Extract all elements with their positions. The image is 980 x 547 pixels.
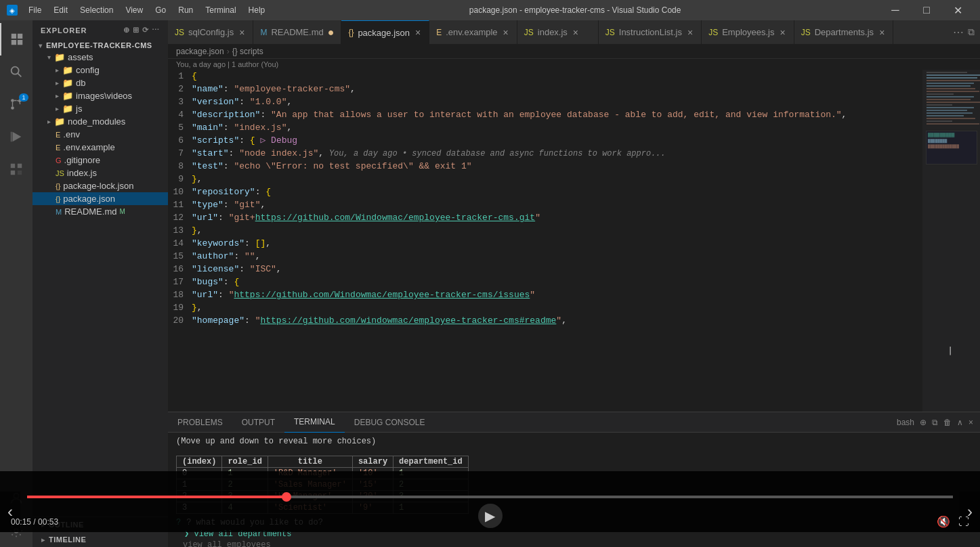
terminal-split-icon[interactable]: ⧉ bbox=[932, 418, 938, 427]
sidebar-root-folder[interactable]: EMPLOYEE-TRACKER-CMS bbox=[33, 40, 168, 51]
sidebar-label-package-lock: package-lock.json bbox=[63, 181, 133, 191]
tab-departments[interactable]: JS Departments.js × bbox=[794, 20, 894, 44]
tab-problems[interactable]: PROBLEMS bbox=[168, 412, 232, 433]
sidebar-label-assets: assets bbox=[68, 52, 93, 62]
maximize-button[interactable]: □ bbox=[911, 0, 942, 20]
sidebar-item-env-example[interactable]: E .env.example bbox=[33, 141, 168, 154]
tab-package-json[interactable]: {} package.json × bbox=[341, 20, 429, 44]
readme-icon: M bbox=[56, 208, 62, 216]
sidebar-item-gitignore[interactable]: G .gitignore bbox=[33, 154, 168, 167]
sidebar-item-env[interactable]: E .env bbox=[33, 128, 168, 141]
sidebar-label-gitignore: .gitignore bbox=[64, 155, 100, 165]
panel-collapse-icon[interactable]: ∧ bbox=[957, 418, 963, 427]
refresh-icon[interactable]: ⟳ bbox=[142, 26, 149, 35]
code-line-1: 1 { bbox=[168, 70, 980, 83]
play-button[interactable]: ▶ bbox=[478, 504, 503, 528]
menu-go[interactable]: Go bbox=[150, 3, 171, 17]
tab-employees[interactable]: JS Employees.js × bbox=[702, 20, 794, 44]
tab-close-indexjs[interactable]: × bbox=[572, 27, 580, 38]
video-right-controls: 🔇 ⛶ bbox=[937, 515, 969, 528]
minimap-thumbnail: ▓▓▓▓▓▓▓▓▓ ████████ █████████████ bbox=[926, 131, 977, 165]
config-arrow bbox=[51, 66, 62, 74]
terminal-add-icon[interactable]: ⊕ bbox=[920, 418, 926, 427]
terminal-move-prompt: (Move up and down to reveal more choices… bbox=[176, 437, 972, 446]
sidebar-item-images[interactable]: 📁 images\videos bbox=[33, 89, 168, 102]
sidebar-item-db[interactable]: 📁 db bbox=[33, 76, 168, 89]
editor-layout-icon[interactable]: ⧉ bbox=[968, 26, 975, 38]
tab-close-sqlconfig[interactable]: × bbox=[238, 27, 246, 38]
code-line-10: 10 "repository": { bbox=[168, 185, 980, 198]
panel-right: bash ⊕ ⧉ 🗑 ∧ × bbox=[897, 418, 980, 427]
mline bbox=[926, 91, 979, 92]
minimize-button[interactable]: ─ bbox=[880, 0, 911, 20]
menu-file[interactable]: File bbox=[23, 3, 47, 17]
activity-source-control[interactable]: 1 bbox=[0, 88, 33, 121]
mline bbox=[926, 88, 975, 89]
sidebar-label-package-json: package.json bbox=[63, 194, 115, 204]
tab-close-env[interactable]: × bbox=[502, 27, 510, 38]
menu-view[interactable]: View bbox=[120, 3, 148, 17]
sidebar-item-node-modules[interactable]: 📁 node_modules bbox=[33, 115, 168, 128]
collapse-icon[interactable]: ⋯ bbox=[152, 26, 160, 35]
sidebar-item-config[interactable]: 📁 config bbox=[33, 64, 168, 76]
progress-bar[interactable] bbox=[27, 496, 953, 498]
terminal-trash-icon[interactable]: 🗑 bbox=[943, 418, 952, 427]
panel-close-icon[interactable]: × bbox=[968, 418, 973, 427]
code-line-4: 4 "description": "An app that allows a u… bbox=[168, 108, 980, 121]
code-line-3: 3 "version": "1.0.0", bbox=[168, 95, 980, 108]
tab-debug-console[interactable]: DEBUG CONSOLE bbox=[345, 412, 435, 433]
code-line-14: 14 "keywords": [], bbox=[168, 237, 980, 250]
activity-run[interactable] bbox=[0, 121, 33, 153]
tab-label-sqlconfig: sqlConfig.js bbox=[188, 27, 234, 37]
progress-fill bbox=[27, 496, 286, 498]
new-folder-icon[interactable]: ⊞ bbox=[133, 26, 140, 35]
timeline-section[interactable]: TIMELINE bbox=[33, 532, 168, 547]
sidebar-item-readme[interactable]: M README.md M bbox=[33, 205, 168, 218]
sidebar-item-package-json[interactable]: {} package.json bbox=[33, 192, 168, 205]
code-line-7: 7 "start": "node index.js", You, a day a… bbox=[168, 147, 980, 160]
activity-extensions[interactable] bbox=[0, 153, 33, 185]
tab-close-instructionlist[interactable]: × bbox=[686, 27, 694, 38]
activity-search[interactable] bbox=[0, 56, 33, 88]
code-line-11: 11 "type": "git", bbox=[168, 198, 980, 211]
svg-point-2 bbox=[11, 99, 14, 102]
activity-explorer[interactable] bbox=[0, 23, 33, 56]
code-editor[interactable]: 1 { 2 "name": "employee-tracker-cms", 3 … bbox=[168, 70, 980, 412]
sidebar-item-package-lock[interactable]: {} package-lock.json bbox=[33, 179, 168, 192]
tab-close-departments[interactable]: × bbox=[878, 27, 886, 38]
breadcrumb-scripts[interactable]: {} scripts bbox=[232, 47, 263, 56]
tab-close-package[interactable]: × bbox=[414, 27, 422, 38]
breadcrumb-file[interactable]: package.json bbox=[176, 47, 224, 56]
sidebar-label-env: .env bbox=[63, 129, 80, 139]
tab-env-example[interactable]: E .env.example × bbox=[429, 20, 517, 44]
fullscreen-button[interactable]: ⛶ bbox=[958, 515, 969, 528]
sidebar-item-assets[interactable]: 📁 assets bbox=[33, 51, 168, 64]
new-file-icon[interactable]: ⊕ bbox=[123, 26, 130, 35]
tabs-more-icon[interactable]: ⋯ bbox=[953, 26, 964, 39]
sidebar-item-indexjs[interactable]: JS index.js bbox=[33, 167, 168, 179]
tab-instructionlist[interactable]: JS InstructionList.js × bbox=[599, 20, 702, 44]
menu-help[interactable]: Help bbox=[243, 3, 271, 17]
minimap: ▓▓▓▓▓▓▓▓▓ ████████ █████████████ bbox=[922, 70, 980, 412]
packagejson-icon: {} bbox=[56, 195, 60, 203]
tab-close-employees[interactable]: × bbox=[779, 27, 787, 38]
editor-area: JS sqlConfig.js × M README.md ● {} packa… bbox=[168, 20, 980, 547]
menu-edit[interactable]: Edit bbox=[48, 3, 73, 17]
menu-run[interactable]: Run bbox=[173, 3, 198, 17]
menu-terminal[interactable]: Terminal bbox=[200, 3, 241, 17]
code-line-5: 5 "main": "index.js", bbox=[168, 121, 980, 134]
tab-sqlconfig[interactable]: JS sqlConfig.js × bbox=[168, 20, 253, 44]
folder-icon: 📁 bbox=[54, 52, 65, 62]
menu-selection[interactable]: Selection bbox=[74, 3, 119, 17]
tab-indexjs[interactable]: JS index.js × bbox=[517, 20, 599, 44]
col-role-id: role_id bbox=[222, 456, 268, 468]
close-button[interactable]: ✕ bbox=[942, 0, 973, 20]
tab-terminal[interactable]: TERMINAL bbox=[284, 412, 345, 433]
tab-readme[interactable]: M README.md ● bbox=[253, 20, 341, 44]
mute-button[interactable]: 🔇 bbox=[937, 515, 950, 528]
instruction-tab-icon: JS bbox=[605, 28, 615, 37]
env-icon: E bbox=[56, 131, 60, 139]
git-blame: You, a day ago | 1 author (You) bbox=[168, 59, 980, 70]
tab-output[interactable]: OUTPUT bbox=[232, 412, 284, 433]
sidebar-item-js[interactable]: 📁 js bbox=[33, 102, 168, 115]
